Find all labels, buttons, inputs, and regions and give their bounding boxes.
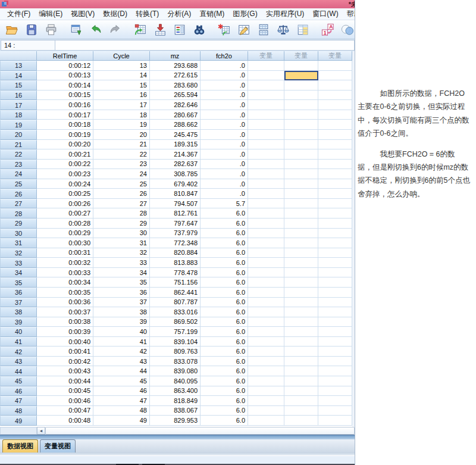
cell-editor-field[interactable] [55,40,355,51]
row-number[interactable]: 48 [0,406,37,416]
cell-var3[interactable] [318,71,352,81]
cell-reltime[interactable]: 0:00:42 [37,357,93,367]
cell-var1[interactable] [248,248,284,258]
cell-mz[interactable]: 833.016 [150,307,201,317]
cell-fch2o[interactable]: .0 [201,179,248,189]
cell-var1[interactable] [248,71,284,81]
cell-var1[interactable] [248,298,284,308]
cell-var2[interactable] [284,277,318,288]
cell-var2[interactable] [284,317,318,327]
cell-cycle[interactable]: 48 [93,406,150,416]
cell-cycle[interactable]: 31 [93,238,150,248]
cell-reltime[interactable]: 0:00:18 [37,120,93,130]
cell-fch2o[interactable]: 6.0 [201,248,248,258]
cell-fch2o[interactable]: .0 [201,100,248,110]
cell-var3[interactable] [318,406,352,416]
row-number[interactable]: 31 [0,238,37,248]
find-icon[interactable] [192,22,206,38]
cell-var1[interactable] [248,208,284,219]
cell-var2[interactable] [284,110,318,120]
row-number[interactable]: 43 [0,357,37,367]
cell-reltime[interactable]: 0:00:39 [37,327,93,337]
cell-fch2o[interactable]: 6.0 [201,258,248,268]
value-labels-icon[interactable] [295,22,310,38]
cell-var1[interactable] [248,120,284,130]
cell-mz[interactable]: 829.953 [150,416,201,426]
cell-var2[interactable] [284,416,318,426]
cell-fch2o[interactable]: .0 [201,110,248,120]
cell-var1[interactable] [248,396,284,406]
cell-mz[interactable]: 282.637 [150,160,201,170]
cell-cycle[interactable]: 14 [93,71,150,81]
cell-var3[interactable] [318,416,352,426]
cell-reltime[interactable]: 0:00:32 [37,258,93,268]
scroll-left-button[interactable]: ◄ [37,427,45,435]
cell-var1[interactable] [248,238,284,248]
row-number[interactable]: 35 [0,277,37,288]
row-number[interactable]: 40 [0,327,37,337]
insert-variable-icon[interactable] [236,22,251,38]
cell-mz[interactable]: 820.884 [150,248,201,258]
cell-var3[interactable] [318,307,352,317]
column-header-var2[interactable]: 变量 [284,51,318,61]
cell-var2[interactable] [284,406,318,416]
cell-cycle[interactable]: 20 [93,130,150,140]
column-header-fch2o[interactable]: fch2o [201,51,248,61]
cell-mz[interactable]: 839.104 [150,337,201,347]
cell-cycle[interactable]: 30 [93,229,150,239]
cell-var2[interactable] [284,337,318,347]
cell-cycle[interactable]: 23 [93,160,150,170]
cell-var2[interactable] [284,61,318,71]
column-header-mz[interactable]: mz [150,51,201,61]
recall-dialogs-icon[interactable] [68,22,83,38]
cell-var3[interactable] [318,238,352,248]
variables-info-icon[interactable] [172,22,187,38]
goto-case-icon[interactable] [133,22,148,38]
cell-var3[interactable] [318,179,352,189]
cell-fch2o[interactable]: .0 [201,80,248,90]
cell-var2[interactable] [284,80,318,90]
cell-cycle[interactable]: 29 [93,219,150,229]
cell-mz[interactable]: 679.402 [150,179,201,189]
cell-var3[interactable] [318,208,352,219]
cell-var1[interactable] [248,110,284,120]
cell-var1[interactable] [248,130,284,140]
cell-fch2o[interactable]: 6.0 [201,268,248,278]
row-number[interactable]: 41 [0,337,37,347]
row-number[interactable]: 33 [0,258,37,268]
menu-analyze[interactable]: 分析(A) [163,8,195,20]
cell-var1[interactable] [248,149,284,160]
cell-var1[interactable] [248,277,284,288]
cell-var2[interactable] [284,238,318,248]
row-number[interactable]: 16 [0,90,37,101]
cell-var2[interactable] [284,199,318,209]
print-icon[interactable] [43,22,58,38]
menu-utilities[interactable]: 实用程序(U) [262,8,309,20]
cell-mz[interactable]: 772.348 [150,238,201,248]
row-number[interactable]: 18 [0,110,37,120]
row-number[interactable]: 36 [0,288,37,298]
cell-cycle[interactable]: 49 [93,416,150,426]
cell-var1[interactable] [248,229,284,239]
cell-var1[interactable] [248,140,284,150]
cell-mz[interactable]: 293.688 [150,61,201,71]
cell-fch2o[interactable]: 6.0 [201,208,248,219]
cell-mz[interactable]: 813.883 [150,258,201,268]
cell-var3[interactable] [318,130,352,140]
cell-fch2o[interactable]: 5.7 [201,199,248,209]
column-header-rownum[interactable] [0,51,37,61]
menu-file[interactable]: 文件(F) [3,8,35,20]
cell-var2[interactable] [284,90,318,101]
cell-cycle[interactable]: 21 [93,140,150,150]
row-number[interactable]: 47 [0,396,37,406]
cell-reltime[interactable]: 0:00:31 [37,248,93,258]
cell-var1[interactable] [248,376,284,386]
cell-mz[interactable]: 794.507 [150,199,201,209]
cell-cycle[interactable]: 18 [93,110,150,120]
cell-var2[interactable] [284,298,318,308]
cell-var2[interactable] [284,149,318,160]
cell-reltime[interactable]: 0:00:46 [37,396,93,406]
cell-var3[interactable] [318,347,352,357]
cell-mz[interactable]: 818.849 [150,396,201,406]
cell-var2[interactable] [284,288,318,298]
